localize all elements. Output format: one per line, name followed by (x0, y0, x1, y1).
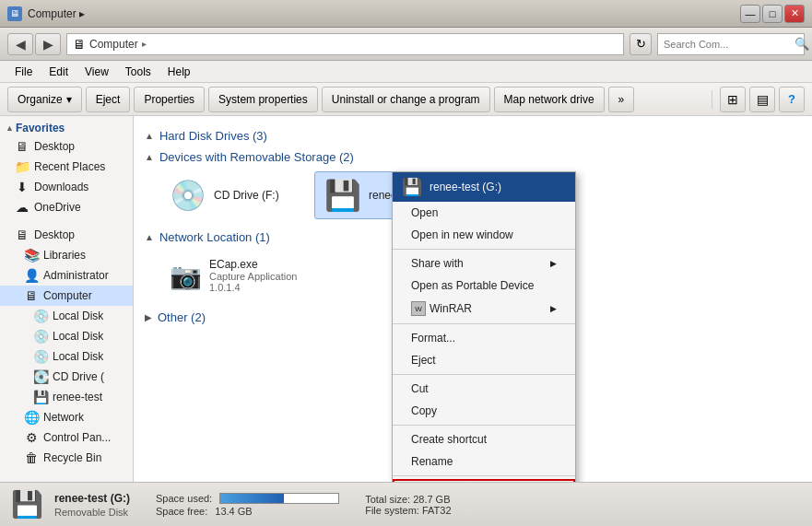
menubar: File Edit View Tools Help (0, 61, 812, 83)
ctx-copy[interactable]: Copy (393, 400, 575, 422)
statusbar-space-free-value: 13.4 GB (215, 506, 252, 517)
ctx-cut[interactable]: Cut (393, 378, 575, 400)
menu-view[interactable]: View (77, 64, 116, 80)
more-arrow: » (618, 93, 625, 106)
titlebar: 🖥 Computer ▸ — □ ✕ (0, 0, 812, 28)
forward-button[interactable]: ▶ (35, 33, 61, 55)
statusbar-info: renee-test (G:) Removable Disk (54, 492, 130, 518)
network-toggle[interactable]: ▲ (145, 232, 154, 242)
view-toggle-button[interactable]: ⊞ (720, 87, 746, 112)
sidebar-item-computer[interactable]: 🖥 Computer (0, 286, 133, 306)
sidebar-item-downloads[interactable]: ⬇ Downloads (0, 177, 133, 197)
statusbar-filesystem-value: FAT32 (422, 505, 452, 516)
ctx-create-shortcut-label: Create shortcut (411, 433, 487, 446)
titlebar-arrow: ▸ (79, 7, 85, 20)
sidebar-item-local-disk-e[interactable]: 💿 Local Disk (0, 346, 133, 367)
sidebar: ▲ Favorites 🖥 Desktop 📁 Recent Places ⬇ … (0, 116, 134, 482)
organize-button[interactable]: Organize ▾ (7, 87, 82, 112)
sidebar-local-disk-e-label: Local Disk (53, 350, 103, 363)
ctx-share-with[interactable]: Share with (393, 252, 575, 275)
sidebar-item-cd-drive[interactable]: 💽 CD Drive ( (0, 367, 133, 387)
map-network-label: Map network drive (504, 93, 594, 106)
ecap-icon: 📷 (170, 261, 202, 291)
statusbar-total-size-row: Total size: 28.7 GB (365, 494, 451, 505)
eject-label: Eject (96, 93, 121, 106)
removable-toggle[interactable]: ▲ (145, 152, 154, 162)
sidebar-item-libraries[interactable]: 📚 Libraries (0, 245, 133, 265)
content-area: ▲ Hard Disk Drives (3) ▲ Devices with Re… (134, 116, 812, 482)
minimize-button[interactable]: — (740, 5, 760, 23)
cd-drive-item[interactable]: 💿 CD Drive (F:) (159, 171, 307, 219)
main-area: ▲ Favorites 🖥 Desktop 📁 Recent Places ⬇ … (0, 116, 812, 482)
system-properties-button[interactable]: System properties (208, 87, 318, 112)
search-bar[interactable]: 🔍 (657, 33, 805, 55)
menu-file[interactable]: File (7, 64, 40, 80)
sidebar-item-local-disk-c[interactable]: 💿 Local Disk (0, 306, 133, 326)
ecap-name: ECap.exe (209, 258, 297, 271)
sidebar-desktop2-label: Desktop (34, 228, 75, 241)
titlebar-left: 🖥 Computer ▸ (7, 6, 85, 21)
map-network-button[interactable]: Map network drive (494, 87, 605, 112)
ctx-winrar[interactable]: W WinRAR (393, 297, 575, 321)
back-button[interactable]: ◀ (7, 33, 33, 55)
sidebar-onedrive-label: OneDrive (34, 201, 81, 214)
cd-drive-icon: 💽 (33, 369, 48, 384)
maximize-button[interactable]: □ (762, 5, 783, 23)
properties-button[interactable]: Properties (134, 87, 205, 112)
ecap-drive-item[interactable]: 📷 ECap.exe Capture Application 1.0.1.4 (159, 251, 307, 299)
view-button[interactable]: ▤ (749, 87, 775, 112)
local-disk-d-icon: 💿 (33, 329, 48, 344)
sidebar-item-desktop2[interactable]: 🖥 Desktop (0, 225, 133, 245)
menu-help[interactable]: Help (160, 64, 198, 80)
statusbar-progress-fill (220, 494, 284, 503)
more-button[interactable]: » (608, 87, 635, 112)
ctx-format[interactable]: Format... (393, 327, 575, 349)
administrator-icon: 👤 (24, 268, 39, 283)
sidebar-item-desktop[interactable]: 🖥 Desktop (0, 136, 133, 157)
menu-tools[interactable]: Tools (118, 64, 159, 80)
statusbar-progress-bar (219, 493, 339, 504)
statusbar: 💾 renee-test (G:) Removable Disk Space u… (0, 482, 812, 526)
ctx-open[interactable]: Open (393, 202, 575, 224)
close-button[interactable]: ✕ (784, 5, 805, 23)
properties-label: Properties (144, 93, 194, 106)
sidebar-item-network[interactable]: 🌐 Network (0, 407, 133, 427)
hard-disk-section-header: ▲ Hard Disk Drives (3) (145, 129, 801, 143)
ctx-create-shortcut[interactable]: Create shortcut (393, 428, 575, 450)
sidebar-favorites-header[interactable]: ▲ Favorites (0, 120, 133, 136)
titlebar-controls: — □ ✕ (740, 5, 805, 23)
sidebar-item-administrator[interactable]: 👤 Administrator (0, 265, 133, 286)
other-toggle[interactable]: ▶ (145, 312, 152, 322)
ctx-open-new-window-label: Open in new window (411, 228, 513, 241)
help-button[interactable]: ? (779, 87, 805, 112)
network-icon: 🌐 (24, 410, 39, 425)
sidebar-local-disk-d-label: Local Disk (53, 330, 103, 343)
libraries-icon: 📚 (24, 248, 39, 263)
sidebar-item-renee-test[interactable]: 💾 renee-test (0, 387, 133, 407)
ctx-open-new-window[interactable]: Open in new window (393, 224, 575, 246)
uninstall-button[interactable]: Uninstall or change a program (322, 87, 490, 112)
sidebar-item-local-disk-d[interactable]: 💿 Local Disk (0, 326, 133, 346)
sidebar-item-control-panel[interactable]: ⚙ Control Pan... (0, 427, 133, 448)
local-disk-e-icon: 💿 (33, 349, 48, 364)
search-icon: 🔍 (794, 37, 809, 51)
sidebar-item-recycle-bin[interactable]: 🗑 Recycle Bin (0, 448, 133, 468)
eject-button[interactable]: Eject (86, 87, 131, 112)
sidebar-administrator-label: Administrator (43, 269, 109, 282)
ctx-eject[interactable]: Eject (393, 349, 575, 371)
hard-disk-toggle[interactable]: ▲ (145, 131, 154, 141)
sidebar-item-onedrive[interactable]: ☁ OneDrive (0, 197, 133, 217)
ctx-open-portable[interactable]: Open as Portable Device (393, 275, 575, 297)
statusbar-space-used: Space used: Space free: 13.4 GB (156, 493, 339, 517)
menu-edit[interactable]: Edit (41, 64, 76, 80)
search-input[interactable] (664, 39, 791, 50)
ctx-properties[interactable]: Properties (393, 479, 575, 482)
address-bar[interactable]: 🖥 Computer ▸ (66, 33, 624, 55)
sidebar-item-recent[interactable]: 📁 Recent Places (0, 157, 133, 177)
cd-drive-item-icon: 💿 (170, 178, 206, 213)
statusbar-space-free-row: Space free: 13.4 GB (156, 506, 339, 517)
ctx-rename[interactable]: Rename (393, 450, 575, 473)
window-icon: 🖥 (7, 6, 22, 21)
refresh-button[interactable]: ↻ (630, 33, 652, 55)
cd-drive-name: CD Drive (F:) (214, 189, 279, 202)
